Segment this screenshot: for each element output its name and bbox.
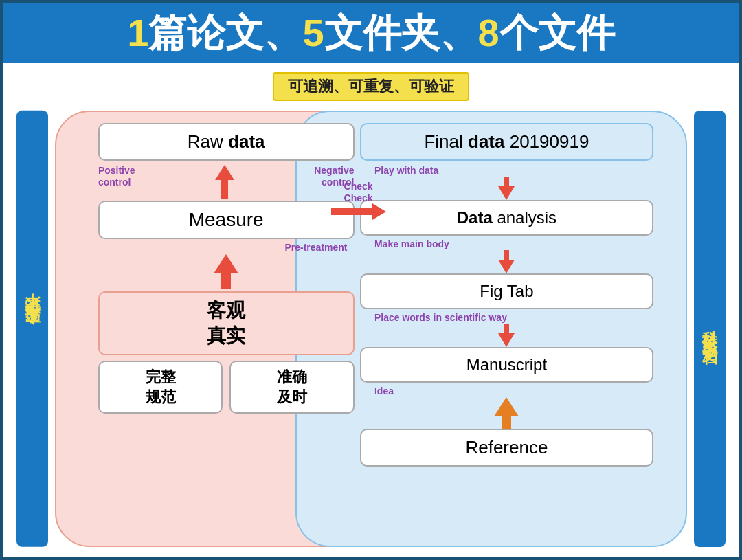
main-content: 可追溯、可重复、可验证 实验工作记录本 Raw data: [3, 63, 739, 557]
header: 1篇论文、5文件夹、8个文件: [3, 3, 739, 63]
subtitle-badge: 可追溯、可重复、可验证: [273, 72, 469, 101]
h-arrow-shaft: [331, 208, 372, 215]
fig-tab-box: Fig Tab: [360, 273, 654, 309]
bottom-boxes: 完整规范 准确及时: [98, 361, 355, 414]
arrow-head-1: [498, 186, 515, 200]
idea-arrow-up: [494, 397, 519, 429]
final-data-box: Final data 20190919: [360, 123, 654, 161]
arrow-down-3: [498, 324, 515, 347]
page-container: 1篇论文、5文件夹、8个文件 可追溯、可重复、可验证 实验工作记录本 Raw d…: [0, 0, 742, 560]
data-analysis-box: Data analysis: [360, 200, 654, 236]
idea-arrow-shaft: [502, 416, 511, 429]
manuscript-box: Manuscript: [360, 347, 654, 383]
big-arrow-shaft: [221, 273, 231, 289]
check-label-1: Check: [344, 181, 373, 192]
arrow-shaft-3: [504, 324, 509, 333]
control-row: Positivecontrol Negativecontrol: [98, 165, 355, 199]
measure-box: Measure: [98, 201, 355, 239]
objective-box: 客观真实: [98, 291, 355, 355]
right-side-label: 科技论文电子文档: [694, 111, 726, 547]
diagram: 实验工作记录本 Raw data Positivecontrol: [16, 111, 726, 547]
num1: 1: [127, 11, 148, 54]
arrow-shaft-1: [504, 177, 509, 186]
idea-arrow-head: [494, 397, 519, 416]
place-words-section: Place words in scientific way: [360, 312, 654, 324]
arrow-up-head: [215, 165, 234, 180]
raw-data-bold: data: [228, 131, 265, 152]
header-title: 1篇论文、5文件夹、8个文件: [16, 10, 726, 56]
left-side-label: 实验工作记录本: [16, 111, 48, 547]
reference-box: Reference: [360, 429, 654, 467]
place-words-label: Place words in scientific way: [374, 312, 507, 323]
check-arrow-area: Check Check: [331, 181, 386, 221]
horizontal-arrow: [331, 203, 386, 220]
arrow-head-2: [498, 260, 515, 273]
num3: 8: [478, 11, 499, 54]
big-arrow-head: [214, 254, 238, 273]
pretreatment-section: Pre-treatment: [98, 242, 355, 291]
play-section: Play with data: [360, 165, 654, 177]
box-complete: 完整规范: [98, 361, 223, 414]
arrow-head-3: [498, 333, 515, 347]
arrow-down-2: [498, 250, 515, 273]
arrow-up-shaft: [221, 180, 228, 199]
arrow-down-1: [498, 177, 515, 200]
idea-label: Idea: [374, 385, 394, 396]
make-main-label: Make main body: [374, 238, 449, 249]
play-with-data-label: Play with data: [374, 165, 438, 176]
check-label-2: Check: [344, 192, 373, 204]
positive-control-label: Positivecontrol: [98, 165, 135, 199]
num2: 5: [302, 11, 324, 54]
big-arrow-up: [214, 254, 238, 289]
circles-container: Raw data Positivecontrol Negativecontrol: [55, 111, 687, 547]
arrow-shaft-2: [504, 250, 509, 260]
idea-section: Idea: [360, 385, 654, 397]
raw-data-box: Raw data: [98, 123, 355, 161]
make-main-section: Make main body: [360, 238, 654, 250]
h-arrow-head: [372, 203, 386, 220]
right-content: Final data 20190919 Play with data Data …: [333, 111, 687, 547]
